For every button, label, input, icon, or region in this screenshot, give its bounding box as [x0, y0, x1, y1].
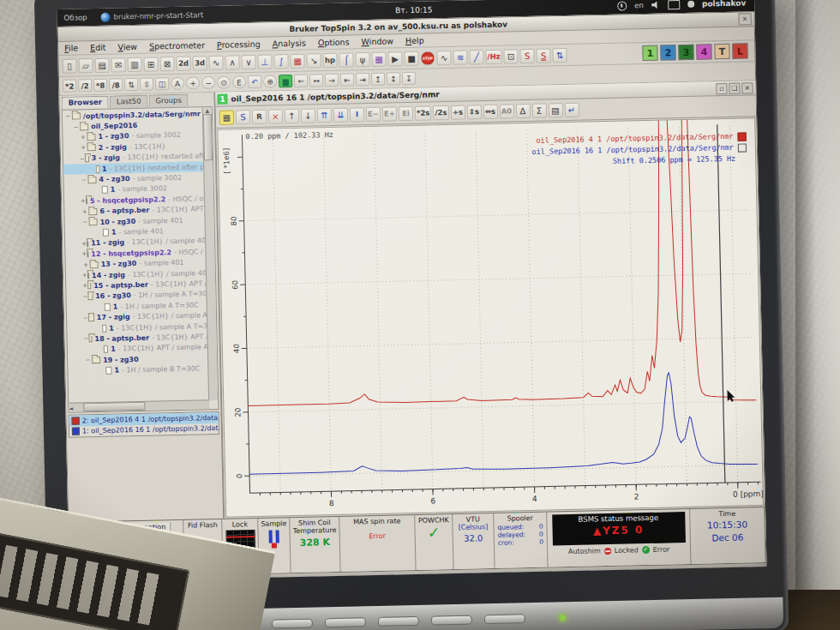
- expander-icon[interactable]: −: [84, 357, 92, 363]
- 3d-mode-button[interactable]: 3d: [192, 56, 207, 70]
- fit-height-icon[interactable]: ↕: [387, 72, 400, 85]
- return-key-icon[interactable]: ↵: [564, 102, 579, 117]
- channel-2-button[interactable]: 2: [660, 45, 675, 60]
- align-bottom-icon[interactable]: ⇊: [333, 107, 348, 122]
- dataset-row[interactable]: 1: oil_Sep2016 16 1 /opt/topspin3.2/data…: [69, 423, 219, 436]
- copy-icon[interactable]: ⊞: [143, 57, 158, 71]
- spooler-panel[interactable]: Spooler queued:0 delayed:0: [494, 513, 548, 568]
- shift-down-icon[interactable]: ↧: [402, 72, 416, 85]
- expand-minus-button[interactable]: E−: [366, 106, 381, 121]
- align-top-icon[interactable]: ⇈: [317, 107, 332, 122]
- monitor-minus-button[interactable]: [377, 615, 418, 626]
- menu-item[interactable]: Processing: [211, 39, 267, 50]
- shift-up-icon[interactable]: ↥: [371, 73, 385, 86]
- spectrum-canvas[interactable]: 86420 [ppm]806040200[ *1e6]: [218, 118, 766, 526]
- 2d-mode-button[interactable]: 2d: [176, 56, 190, 70]
- monitor-menu-button[interactable]: [324, 617, 365, 627]
- scroll-left-icon[interactable]: ◄: [69, 405, 73, 411]
- menu-item[interactable]: Help: [399, 35, 430, 45]
- diagonal-arrow-icon[interactable]: ↘: [306, 53, 321, 68]
- peak-calibrate-icon[interactable]: ∧: [225, 55, 239, 69]
- menu-item[interactable]: View: [111, 42, 143, 52]
- mas-spin-panel[interactable]: MAS spin rate Error: [339, 515, 416, 572]
- zoom-auto-icon[interactable]: A: [171, 77, 184, 90]
- email-icon[interactable]: ✉: [111, 57, 125, 72]
- zoom-in-icon[interactable]: +: [186, 76, 200, 89]
- zoom-exact-icon[interactable]: E: [232, 75, 246, 88]
- scroll-up-icon[interactable]: ▲: [205, 107, 209, 113]
- username[interactable]: polshakov: [702, 0, 747, 9]
- expand-info-button[interactable]: Ei: [399, 105, 413, 120]
- halt-button[interactable]: ■: [404, 51, 418, 65]
- undo-icon[interactable]: ↶: [248, 75, 261, 88]
- scrollbar-thumb[interactable]: [83, 402, 145, 412]
- menu-item[interactable]: Window: [355, 36, 399, 46]
- zoom-reset-icon[interactable]: ⊙: [217, 76, 231, 89]
- pan-horizontal-icon[interactable]: ↔: [309, 74, 323, 87]
- keyboard-layout-indicator[interactable]: en: [634, 1, 644, 9]
- channel-3-button[interactable]: 3: [678, 45, 693, 60]
- go-end-icon[interactable]: ⇥: [356, 73, 369, 86]
- paste-icon[interactable]: ⊠: [159, 56, 174, 70]
- shim-coil-panel[interactable]: Shim Coil Temperature 328 K: [290, 517, 340, 573]
- full-spectrum-icon[interactable]: ▆: [279, 75, 292, 87]
- accessibility-icon[interactable]: [617, 1, 627, 10]
- tab-last50[interactable]: Last50: [110, 95, 148, 109]
- tune-icon[interactable]: ≋: [453, 50, 467, 64]
- scale-times2-button[interactable]: *2: [63, 79, 76, 92]
- channel-l-button[interactable]: L: [732, 43, 747, 58]
- scale-div8-button[interactable]: /8: [109, 78, 123, 91]
- go-start-icon[interactable]: ⇤: [340, 73, 354, 86]
- scale-div2s-button[interactable]: /2s: [433, 105, 448, 119]
- fit-vertical-icon[interactable]: ⇳: [140, 78, 153, 91]
- multi-spectra-icon[interactable]: ▦: [290, 53, 304, 68]
- powchk-panel[interactable]: POWCHK ✓: [415, 514, 453, 570]
- tab-browser[interactable]: Browser: [61, 96, 109, 110]
- new-file-icon[interactable]: ▯: [62, 58, 76, 73]
- expander-icon[interactable]: −: [81, 219, 89, 225]
- monitor-plus-button[interactable]: [430, 615, 471, 625]
- return-button[interactable]: R: [252, 109, 267, 123]
- scale-times8-button[interactable]: *8: [93, 79, 107, 92]
- expander-icon[interactable]: −: [64, 113, 72, 120]
- pan-left-icon[interactable]: ←: [294, 75, 308, 87]
- save-icon[interactable]: ▤: [94, 57, 109, 72]
- print-icon[interactable]: ▥: [127, 57, 141, 71]
- s-scale-icon[interactable]: S: [519, 48, 534, 63]
- spectrum-plot[interactable]: 86420 [ppm]806040200[ *1e6] 0.20 ppm / 1…: [217, 117, 764, 518]
- phase-box-icon[interactable]: ⊡: [504, 49, 519, 63]
- menu-item[interactable]: Options: [312, 37, 356, 47]
- hp-button[interactable]: hp: [322, 52, 337, 67]
- lineshape-icon[interactable]: ∨: [241, 54, 255, 69]
- close-button[interactable]: ×: [738, 13, 751, 25]
- maximize-icon[interactable]: ❏: [729, 82, 740, 93]
- menu-item[interactable]: Spectrometer: [143, 40, 211, 51]
- scale-autos-button[interactable]: ÷s: [450, 105, 465, 119]
- open-folder-icon[interactable]: ▱: [78, 58, 93, 73]
- delta-icon[interactable]: Δ: [515, 103, 530, 117]
- expand-plus-button[interactable]: E+: [382, 106, 397, 121]
- remove-spectrum-icon[interactable]: ×: [268, 109, 283, 123]
- scale-div2-button[interactable]: /2: [78, 79, 92, 92]
- channel-t-button[interactable]: T: [714, 44, 729, 59]
- menu-item[interactable]: Analysis: [267, 38, 312, 48]
- grid-icon[interactable]: ▦: [371, 51, 386, 66]
- scale-verticals-icon[interactable]: ⇕s: [466, 105, 481, 119]
- integrate-icon[interactable]: ⌠: [339, 52, 353, 67]
- pan-right-icon[interactable]: →: [325, 74, 339, 87]
- swap-display-icon[interactable]: ◫: [155, 77, 169, 90]
- baseline-icon[interactable]: I: [350, 107, 364, 122]
- step-function-icon[interactable]: ∫: [273, 54, 288, 69]
- wobble-icon[interactable]: ∿: [436, 50, 451, 64]
- display-icon[interactable]: [668, 0, 680, 9]
- hz-calibrate-button[interactable]: /Hz: [485, 49, 502, 63]
- tree-item[interactable]: 1 - 1H / sample B T=30C: [68, 363, 208, 377]
- expander-icon[interactable]: −: [72, 123, 80, 130]
- activities-button[interactable]: Обзор: [57, 13, 93, 22]
- peak-pick-icon[interactable]: ⊥: [257, 54, 272, 69]
- sum-icon[interactable]: Σ: [531, 103, 546, 117]
- tab-groups[interactable]: Groups: [148, 94, 189, 108]
- monitor-power-button[interactable]: [483, 614, 525, 624]
- expander-icon[interactable]: +: [81, 208, 88, 215]
- channel-1-button[interactable]: 1: [642, 45, 657, 61]
